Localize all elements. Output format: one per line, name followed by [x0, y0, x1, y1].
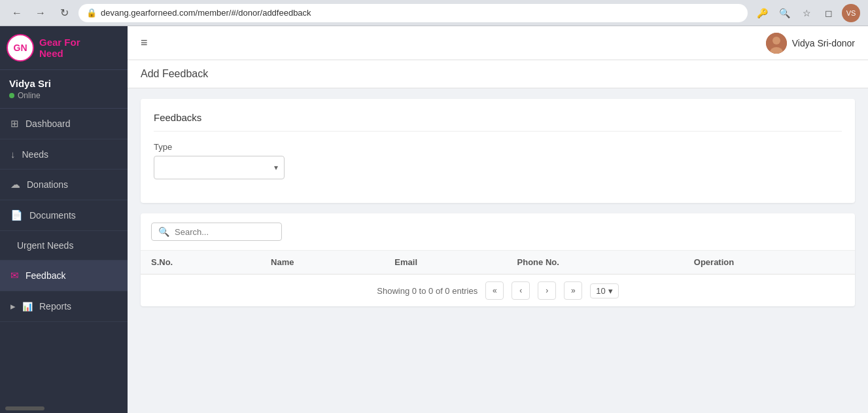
feedback-form-card: Feedbacks Type Suggestion Complaint Comp…	[141, 99, 855, 203]
logo-icon: GN	[7, 34, 34, 62]
browser-chrome: ← → ↻ 🔒 devang.gearforneed.com/member/#/…	[0, 0, 868, 26]
table-toolbar: 🔍	[141, 213, 855, 251]
sidebar-item-urgent-needs[interactable]: Urgent Needs	[0, 231, 128, 260]
pagination-last-button[interactable]: »	[564, 281, 582, 300]
feedback-table-card: 🔍 S.No. Name Email Phone No. Operation	[141, 213, 855, 306]
sidebar-logo: GN Gear For Need	[0, 26, 128, 70]
sidebar-user-status: Online	[9, 91, 118, 100]
sidebar-item-reports[interactable]: ▸ 📊 Reports	[0, 291, 128, 322]
logo-text: Gear For Need	[39, 37, 80, 59]
dashboard-icon: ⊞	[10, 118, 19, 130]
sidebar: GN Gear For Need Vidya Sri Online ⊞ Dash…	[0, 26, 128, 413]
sidebar-item-feedback[interactable]: ✉ Feedback	[0, 260, 128, 291]
svg-point-1	[773, 37, 780, 45]
table-footer: Showing 0 to 0 of 0 entries « ‹ › »	[141, 274, 855, 306]
sidebar-item-label: Feedback	[26, 270, 65, 281]
per-page-arrow-icon: ▾	[608, 286, 613, 296]
pagination-next-button[interactable]: ›	[538, 281, 556, 300]
forward-button[interactable]: →	[31, 4, 50, 22]
sidebar-scrollbar	[5, 406, 44, 410]
col-phone: Phone No.	[507, 251, 684, 274]
type-select-wrapper: Suggestion Complaint Compliment ▾	[154, 156, 285, 179]
extensions-icon[interactable]: ◻	[820, 4, 838, 22]
feedback-icon: ✉	[10, 270, 19, 281]
type-form-group: Type Suggestion Complaint Compliment ▾	[154, 142, 842, 179]
topbar: ≡ Vidya Sri-donor	[128, 26, 868, 60]
topbar-left: ≡	[141, 36, 148, 50]
col-operation: Operation	[684, 251, 855, 274]
sidebar-item-label: Needs	[22, 149, 48, 160]
search-icon: 🔍	[158, 226, 169, 237]
pagination-prev-button[interactable]: ‹	[512, 281, 530, 300]
sidebar-item-label: Urgent Needs	[17, 240, 73, 251]
hamburger-button[interactable]: ≡	[141, 36, 148, 50]
main-content: ≡ Vidya Sri-donor	[128, 26, 868, 413]
pagination-first-button[interactable]: «	[485, 281, 504, 300]
topbar-right: Vidya Sri-donor	[766, 33, 855, 54]
sidebar-item-label: Documents	[29, 210, 76, 221]
type-select[interactable]: Suggestion Complaint Compliment	[154, 156, 285, 179]
table-head: S.No. Name Email Phone No. Operation	[141, 251, 855, 274]
sidebar-item-needs[interactable]: ↓ Needs	[0, 139, 128, 170]
address-lock-icon: 🔒	[86, 8, 97, 18]
sidebar-item-documents[interactable]: 📄 Documents	[0, 200, 128, 231]
content-area: Feedbacks Type Suggestion Complaint Comp…	[128, 88, 868, 317]
topbar-user: Vidya Sri-donor	[766, 33, 855, 54]
address-bar[interactable]: 🔒 devang.gearforneed.com/member/#/donor/…	[78, 4, 748, 22]
feedback-table: S.No. Name Email Phone No. Operation	[141, 251, 855, 274]
browser-search-icon[interactable]: 🔍	[775, 4, 793, 22]
pagination-info: Showing 0 to 0 of 0 entries	[377, 286, 477, 296]
page-title: Add Feedback	[141, 68, 855, 80]
per-page-value: 10	[596, 286, 605, 296]
address-text: devang.gearforneed.com/member/#/donor/ad…	[101, 8, 740, 18]
table-header-row: S.No. Name Email Phone No. Operation	[141, 251, 855, 274]
back-button[interactable]: ←	[8, 4, 26, 22]
sidebar-user-name: Vidya Sri	[9, 78, 118, 89]
reports-icon: ▸	[10, 300, 16, 312]
search-input[interactable]	[175, 227, 285, 237]
sidebar-item-label: Reports	[39, 301, 71, 312]
topbar-username: Vidya Sri-donor	[792, 38, 855, 48]
per-page-select[interactable]: 10 ▾	[590, 283, 618, 298]
search-box[interactable]: 🔍	[151, 223, 282, 241]
password-icon[interactable]: 🔑	[753, 4, 771, 22]
col-email: Email	[384, 251, 506, 274]
reports-sub-icon: 📊	[22, 302, 33, 312]
page-header: Add Feedback	[128, 60, 868, 88]
sidebar-item-label: Donations	[27, 179, 68, 190]
sidebar-item-dashboard[interactable]: ⊞ Dashboard	[0, 109, 128, 139]
app-container: GN Gear For Need Vidya Sri Online ⊞ Dash…	[0, 26, 868, 413]
topbar-avatar	[766, 33, 787, 54]
reload-button[interactable]: ↻	[55, 4, 73, 22]
page-content: Add Feedback Feedbacks Type Suggestion C…	[128, 60, 868, 413]
browser-actions: 🔑 🔍 ☆ ◻ VS	[753, 4, 860, 22]
needs-icon: ↓	[10, 149, 16, 160]
card-title: Feedbacks	[154, 112, 842, 132]
sidebar-item-donations[interactable]: ☁ Donations	[0, 170, 128, 200]
sidebar-item-label: Dashboard	[26, 118, 71, 129]
donations-icon: ☁	[10, 179, 20, 190]
type-label: Type	[154, 142, 842, 152]
sidebar-nav: ⊞ Dashboard ↓ Needs ☁ Donations 📄 Docume…	[0, 109, 128, 404]
col-sno: S.No.	[141, 251, 260, 274]
sidebar-user: Vidya Sri Online	[0, 70, 128, 109]
col-name: Name	[260, 251, 384, 274]
browser-profile-avatar[interactable]: VS	[842, 4, 860, 22]
bookmark-icon[interactable]: ☆	[797, 4, 816, 22]
documents-icon: 📄	[10, 209, 23, 221]
status-dot	[9, 93, 14, 98]
